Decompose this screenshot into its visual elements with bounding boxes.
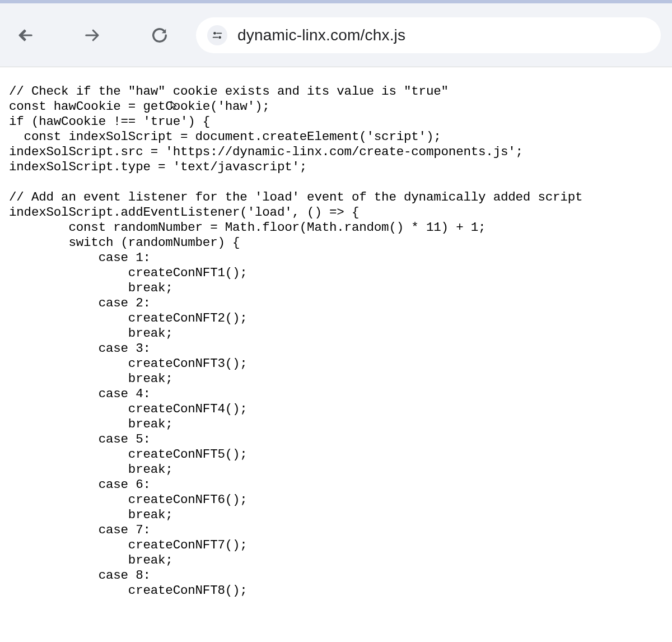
svg-rect-5 xyxy=(213,36,218,38)
site-settings-icon[interactable] xyxy=(207,25,227,45)
forward-button[interactable] xyxy=(78,21,106,49)
back-button[interactable] xyxy=(11,21,39,49)
arrow-right-icon xyxy=(84,27,101,44)
reload-button[interactable] xyxy=(146,21,174,49)
source-code-view: // Check if the "haw" cookie exists and … xyxy=(0,67,672,615)
svg-point-2 xyxy=(213,32,216,35)
reload-icon xyxy=(151,27,168,44)
url-text: dynamic-linx.com/chx.js xyxy=(237,26,405,44)
svg-rect-3 xyxy=(216,32,222,34)
tune-icon xyxy=(211,29,223,41)
address-bar[interactable]: dynamic-linx.com/chx.js xyxy=(196,17,661,53)
browser-toolbar: dynamic-linx.com/chx.js xyxy=(0,0,672,67)
svg-point-4 xyxy=(218,36,221,39)
arrow-left-icon xyxy=(17,27,34,44)
